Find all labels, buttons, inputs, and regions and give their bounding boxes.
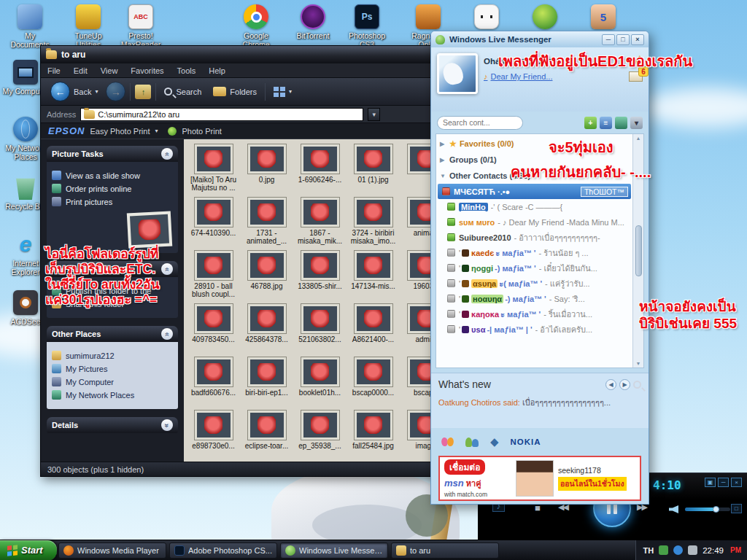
file-item[interactable]: 674-410390... bbox=[187, 195, 240, 249]
nokia-logo[interactable]: NOKIA bbox=[511, 438, 541, 446]
forward-button[interactable]: → bbox=[106, 82, 125, 101]
task-to-aru[interactable]: to aru bbox=[391, 542, 499, 559]
back-button[interactable]: ← Back ▾ bbox=[47, 80, 101, 103]
diamond-icon[interactable]: ◆ bbox=[490, 435, 499, 448]
whats-new-text[interactable]: Oatkung Chotiros said: เบื่อๆๆๆๆๆๆๆๆๆๆๆๆ… bbox=[438, 396, 641, 409]
contact-row[interactable]: ' ĸaηoĸa ะ мaƒia™ ' - ริ้นเมื่อวาน... bbox=[436, 306, 632, 322]
contact-row[interactable]: ' αsυηa ะ( мaƒia™ ' - แค่รู้ว่ารับ... bbox=[436, 276, 632, 291]
desktop-icon-tuneup[interactable]: TuneUp Utilities bbox=[64, 4, 112, 49]
prev-news-button[interactable]: ◀ bbox=[605, 379, 616, 390]
task-order-prints[interactable]: Order prints online bbox=[52, 184, 173, 193]
start-button[interactable]: Start bbox=[0, 540, 57, 560]
mail-icon[interactable]: 6 bbox=[629, 71, 643, 82]
file-item[interactable]: e898730e0... bbox=[187, 408, 240, 462]
folders-button[interactable]: Folders bbox=[209, 85, 260, 98]
contact-row[interactable]: ' ηoggi -) мaƒia™ ' - เดี๋ยวได้ยินกัน... bbox=[436, 260, 632, 276]
task-messenger[interactable]: Windows Live Messen... bbox=[280, 542, 388, 559]
desktop-icon-my-documents[interactable]: My Documents bbox=[6, 4, 54, 49]
player-close-icon[interactable]: × bbox=[731, 478, 742, 487]
contact-row[interactable]: Suiburee2010 - อ้าาาาเบื่อๆๆๆๆๆๆๆๆๆๆ- bbox=[436, 230, 632, 245]
search-button[interactable]: Search bbox=[160, 86, 205, 98]
task-view-slideshow[interactable]: View as a slide show bbox=[52, 171, 173, 180]
file-item[interactable]: A8621400-... bbox=[347, 302, 400, 355]
ad-banner[interactable]: เชื่อมต่อ msn หาคู่ with match.com seeki… bbox=[438, 456, 641, 501]
details-header[interactable]: Details » bbox=[47, 417, 178, 433]
tray-volume-icon[interactable] bbox=[688, 545, 697, 555]
contact-row-selected[interactable]: МЧЄСЯТЋ ·.•● ТћОШОТ™ bbox=[438, 184, 631, 199]
next-news-button[interactable]: ▶ bbox=[619, 379, 630, 390]
file-item[interactable]: 425864378... bbox=[240, 302, 293, 355]
language-indicator[interactable]: TH bbox=[643, 546, 654, 555]
file-item[interactable]: 0.jpg bbox=[240, 142, 293, 195]
volume-slider[interactable] bbox=[685, 508, 730, 511]
up-button[interactable]: ↑ bbox=[135, 85, 151, 99]
file-item[interactable]: fall25484.jpg bbox=[347, 408, 400, 462]
people-icon[interactable] bbox=[465, 438, 479, 447]
menu-view[interactable]: View bbox=[94, 66, 125, 75]
speaker-icon[interactable] bbox=[669, 505, 678, 513]
file-item[interactable]: 1867 - misaka_mik... bbox=[293, 195, 347, 249]
task-wmp[interactable]: Windows Media Player bbox=[58, 542, 166, 559]
contact-search-input[interactable] bbox=[443, 118, 517, 127]
file-item[interactable]: [Maiko] To Aru Majutsu no ... bbox=[187, 142, 240, 195]
player-minimize-icon[interactable]: ─ bbox=[718, 478, 729, 487]
other-places-header[interactable]: Other Places » bbox=[47, 326, 178, 342]
scroll-up-icon[interactable]: ▲ bbox=[636, 136, 641, 141]
search-news-icon[interactable] bbox=[633, 381, 641, 389]
menu-edit[interactable]: Edit bbox=[67, 66, 94, 75]
tray-shield-icon[interactable] bbox=[659, 545, 668, 555]
volume-thumb[interactable] bbox=[713, 506, 719, 513]
file-item[interactable]: 1-6906246-... bbox=[293, 142, 347, 195]
now-playing-link[interactable]: ♪Dear My Friend... bbox=[484, 72, 623, 81]
file-item[interactable]: 46788.jpg bbox=[240, 249, 293, 302]
desktop-icon-app1[interactable] bbox=[462, 4, 511, 31]
contact-row[interactable]: ' ĸaedє ะ мaƒia™ ' - ร้านน้อย ๆ ... bbox=[436, 245, 632, 260]
place-my-network[interactable]: My Network Places bbox=[52, 390, 173, 400]
views-button[interactable]: ▾ bbox=[270, 85, 295, 98]
place-my-pictures[interactable]: My Pictures bbox=[52, 364, 173, 373]
file-item[interactable]: 147134-mis... bbox=[347, 249, 400, 302]
file-item[interactable]: badfd60676... bbox=[187, 355, 240, 408]
menu-file[interactable]: File bbox=[41, 66, 67, 75]
collapse-chevron-icon[interactable]: » bbox=[161, 148, 173, 160]
contact-row[interactable]: ' υsα -| мaƒia™ | ' - อ้าได้เลยครับ... bbox=[436, 322, 632, 337]
place-my-computer[interactable]: My Computer bbox=[52, 377, 173, 386]
search-box[interactable] bbox=[437, 116, 523, 130]
file-item[interactable]: biri-biri-ep1... bbox=[240, 355, 293, 408]
picture-tasks-header[interactable]: Picture Tasks » bbox=[47, 146, 178, 162]
easy-photo-print-button[interactable]: Easy Photo Print bbox=[90, 127, 150, 136]
contact-row[interactable]: ' нoαυηα -) мaƒia™ ' - Say: 'ริ... bbox=[436, 291, 632, 306]
file-item[interactable]: bscap0000... bbox=[347, 355, 400, 408]
photo-print-button[interactable]: Photo Print bbox=[182, 127, 221, 136]
messenger-titlebar[interactable]: Windows Live Messenger ─ □ × bbox=[431, 31, 649, 47]
back-dropdown-icon[interactable]: ▾ bbox=[95, 88, 98, 95]
file-item[interactable]: booklet01h... bbox=[293, 355, 347, 408]
collapse-chevron-icon[interactable]: » bbox=[161, 328, 173, 340]
contact-row[interactable]: MinHo -' ( Scare -C ———{ bbox=[436, 199, 632, 214]
tray-messenger-icon[interactable] bbox=[673, 545, 683, 555]
scrollbar-thumb[interactable] bbox=[635, 225, 642, 276]
add-contact-icon[interactable]: + bbox=[584, 117, 597, 129]
file-item[interactable]: 521063802... bbox=[293, 302, 347, 355]
layout-dropdown-icon[interactable]: ▾ bbox=[630, 117, 643, 129]
desktop-icon-app2[interactable] bbox=[521, 4, 569, 31]
place-sumimura212[interactable]: sumimura212 bbox=[52, 351, 173, 360]
expand-chevron-icon[interactable]: » bbox=[161, 419, 173, 431]
maximize-button[interactable]: □ bbox=[616, 34, 630, 45]
file-item[interactable]: 1731 - animated_... bbox=[240, 195, 293, 249]
contact-row[interactable]: sυм мυro - ♪ Dear My Friend -Mada Minu M… bbox=[436, 214, 632, 230]
address-input[interactable] bbox=[98, 110, 360, 119]
menu-favorites[interactable]: Favorites bbox=[124, 66, 170, 75]
epson-dropdown-icon[interactable]: ▾ bbox=[155, 128, 158, 134]
msn-butterfly-icon[interactable] bbox=[441, 437, 454, 448]
file-item[interactable]: 3724 - biribiri misaka_imo... bbox=[347, 195, 400, 249]
clock[interactable]: 22:49 bbox=[703, 546, 724, 555]
menu-tools[interactable]: Tools bbox=[171, 66, 203, 75]
user-avatar[interactable] bbox=[437, 53, 478, 94]
fullscreen-icon[interactable]: □ bbox=[731, 504, 742, 513]
player-grid-icon[interactable]: ▣ bbox=[705, 478, 716, 487]
file-item[interactable]: ep_35938_... bbox=[293, 408, 347, 462]
scroll-down-icon[interactable]: ▼ bbox=[636, 361, 641, 366]
file-item[interactable]: 133805-shir... bbox=[293, 249, 347, 302]
close-button[interactable]: × bbox=[631, 34, 644, 45]
